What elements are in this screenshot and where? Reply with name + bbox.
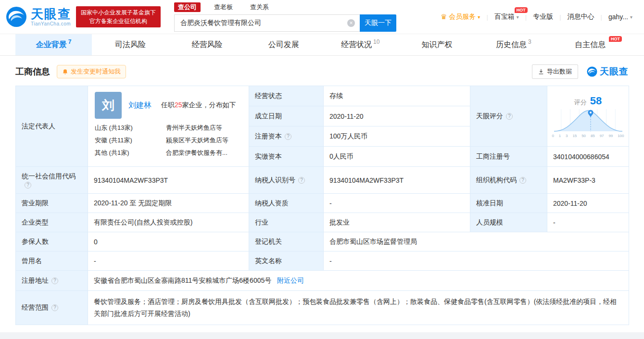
tianyan-score-cell: 评分 58 0131550859799100 <box>547 86 629 147</box>
field-value-staff-size: - <box>547 213 629 232</box>
field-value-business-scope: 餐饮管理及服务；酒店管理；厨房及餐饮用具批发（含互联网批发）；预包装食品批发兼零… <box>88 291 629 325</box>
brand-domain: TianYanCha.com <box>31 21 71 26</box>
list-item: 山东 (共13家) 青州半天妖烤鱼店等 <box>95 124 242 132</box>
field-label-approval-date: 核准日期 <box>470 194 547 213</box>
field-value-registered-address: 安徽省合肥市蜀山区金寨南路811号安粮城市广场6楼6005号 附近公司 <box>88 271 629 291</box>
help-icon[interactable]: ? <box>25 182 31 188</box>
field-label-company-type: 企业类型 <box>16 213 88 232</box>
company-link[interactable]: 颍泉区半天妖烤鱼店等 <box>166 136 242 145</box>
gov-certification-badge: 国家中小企业发展子基金旗下 官方备案企业征信机构 <box>76 6 161 27</box>
help-icon[interactable]: ? <box>51 277 58 284</box>
top-header: 天眼查 TianYanCha.com 国家中小企业发展子基金旗下 官方备案企业征… <box>0 0 644 34</box>
tab-judicial-risk[interactable]: 司法风险 <box>92 34 168 55</box>
field-label-business-term: 营业期限 <box>16 194 88 213</box>
search-tab-relation[interactable]: 查关系 <box>246 2 273 12</box>
field-label-established: 成立日期 <box>249 106 324 126</box>
brand-name: 天眼查 <box>31 7 71 21</box>
search-input[interactable] <box>174 14 360 32</box>
list-item: 安徽 (共11家) 颍泉区半天妖烤鱼店等 <box>95 136 242 145</box>
tab-intellectual-property[interactable]: 知识产权 <box>399 34 475 55</box>
field-value-taxpayer-id: 91340104MA2WF33P3T <box>324 167 470 194</box>
tab-count: 7 <box>68 38 72 45</box>
nav-user-account[interactable]: gahy... ▾ <box>608 13 632 21</box>
company-link[interactable]: 青州半天妖烤鱼店等 <box>166 124 242 132</box>
tab-operational-risk[interactable]: 经营风险 <box>169 34 245 55</box>
help-icon[interactable]: ? <box>51 304 58 311</box>
field-label-legal-representative: 法定代表人 <box>16 86 88 167</box>
search-button[interactable]: 天眼一下 <box>360 14 396 32</box>
field-value-industry: 批发业 <box>324 213 470 232</box>
field-value-former-name: - <box>88 251 249 271</box>
legal-representative-cell: 刘 刘建林 任职25家企业，分布如下 山东 (共13家) 青州半天妖烤鱼店等 安… <box>88 86 249 167</box>
company-section-tabs: 企业背景 7 司法风险 经营风险 公司发展 经营状况 10 知识产权 历史信息 … <box>0 34 644 56</box>
avatar[interactable]: 刘 <box>95 92 122 119</box>
field-label-org-code: 组织机构代码? <box>470 167 547 194</box>
chevron-down-icon: ▾ <box>630 14 632 20</box>
legal-representative-link[interactable]: 刘建林 <box>128 100 152 111</box>
header-nav: ♛ 会员服务 ▾ | HOT 百宝箱 ▾ | 专业版 | 消息中心 | gahy… <box>441 13 632 21</box>
nav-toolbox[interactable]: HOT 百宝箱 ▾ <box>494 13 519 21</box>
divider: | <box>525 13 527 21</box>
divider: | <box>486 13 488 21</box>
field-value-registration-authority: 合肥市蜀山区市场监督管理局 <box>324 232 629 251</box>
hot-badge: HOT <box>515 7 528 13</box>
field-label-paid-capital: 实缴资本 <box>249 147 324 167</box>
field-label-taxpayer-quality: 纳税人资质 <box>249 194 324 213</box>
search-tabs: 查公司 查老板 查关系 <box>174 2 396 12</box>
tab-company-development[interactable]: 公司发展 <box>245 34 322 55</box>
clear-search-icon[interactable]: × <box>347 19 355 27</box>
field-label-registered-capital: 注册资本? <box>249 126 324 147</box>
field-label-registration-authority: 登记机关 <box>249 232 324 251</box>
search-tab-boss[interactable]: 查老板 <box>210 2 237 12</box>
list-item: 其他 (共1家) 合肥棠伊餐饮服务有... <box>95 149 242 157</box>
field-value-org-code: MA2WF33P-3 <box>547 167 629 194</box>
crown-icon: ♛ <box>441 13 447 21</box>
field-label-taxpayer-id: 纳税人识别号? <box>249 167 324 194</box>
field-label-tianyan-score: 天眼评分? <box>470 86 547 147</box>
field-value-insured-count: 0 <box>88 232 249 251</box>
field-value-status: 存续 <box>324 86 470 106</box>
field-label-insured-count: 参保人数 <box>16 232 88 251</box>
tab-count: 10 <box>373 38 379 45</box>
hot-badge: HOT <box>609 36 622 42</box>
export-data-button[interactable]: 导出数据 <box>532 64 578 79</box>
field-label-credit-code: 统一社会信用代码? <box>16 167 88 194</box>
chevron-down-icon: ▾ <box>517 14 519 20</box>
field-label-business-scope: 经营范围? <box>16 291 88 325</box>
field-value-registered-capital: 100万人民币 <box>324 126 470 147</box>
tab-company-background[interactable]: 企业背景 7 <box>15 34 92 55</box>
field-label-registration-number: 工商注册号 <box>470 147 547 167</box>
help-icon[interactable]: ? <box>506 113 513 120</box>
divider: | <box>601 13 602 21</box>
tianyancha-logo[interactable]: 天眼查 TianYanCha.com <box>6 6 71 27</box>
score-value: 58 <box>590 95 602 107</box>
field-label-former-name: 曾用名 <box>16 251 88 271</box>
nav-message-center[interactable]: 消息中心 <box>568 13 594 21</box>
search-tab-company[interactable]: 查公司 <box>174 2 201 12</box>
download-icon <box>538 69 544 75</box>
logo-eye-icon <box>6 6 27 27</box>
field-value-english-name: - <box>324 251 629 271</box>
tenure-distribution: 山东 (共13家) 青州半天妖烤鱼店等 安徽 (共11家) 颍泉区半天妖烤鱼店等… <box>95 124 242 157</box>
nav-pro-version[interactable]: 专业版 <box>533 13 553 21</box>
tab-count: 3 <box>528 38 531 45</box>
tianyancha-watermark: 天眼查 <box>587 65 629 78</box>
field-value-approval-date: 2020-11-20 <box>547 194 629 213</box>
field-label-staff-size: 人员规模 <box>470 213 547 232</box>
tab-self-published-info[interactable]: 自主信息 HOT <box>552 34 629 55</box>
tab-history-info[interactable]: 历史信息 3 <box>475 34 552 55</box>
help-icon[interactable]: ? <box>519 177 526 184</box>
bell-icon <box>62 69 68 75</box>
footer-band <box>0 332 644 339</box>
tab-operating-status[interactable]: 经营状况 10 <box>322 34 399 55</box>
field-label-english-name: 英文名称 <box>249 251 324 271</box>
logo-eye-icon <box>587 66 597 77</box>
field-value-company-type: 有限责任公司(自然人投资或控股) <box>88 213 249 232</box>
help-icon[interactable]: ? <box>285 133 291 140</box>
field-value-credit-code: 91340104MA2WF33P3T <box>88 167 249 194</box>
help-icon[interactable]: ? <box>298 177 305 184</box>
nav-member-services[interactable]: ♛ 会员服务 ▾ <box>441 13 480 21</box>
nearby-companies-link[interactable]: 附近公司 <box>277 276 304 284</box>
company-link[interactable]: 合肥棠伊餐饮服务有... <box>166 149 242 157</box>
notify-on-change-button[interactable]: 发生变更时通知我 <box>57 65 126 78</box>
